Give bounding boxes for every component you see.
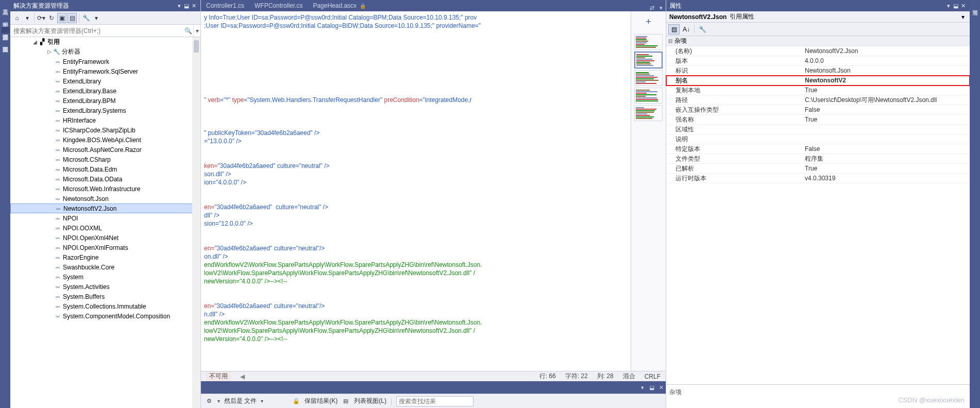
tree-node-ref[interactable]: ▫▫ExtendLibrary.Systems — [10, 106, 200, 115]
property-value[interactable]: NewtonsoftV2 — [803, 76, 970, 85]
property-value[interactable]: False — [803, 144, 970, 154]
tree-node-ref[interactable]: ▫▫HRInterface — [10, 115, 200, 125]
property-row[interactable]: 文件类型程序集 — [666, 154, 970, 164]
tree-node-ref[interactable]: ▫▫ICSharpCode.SharpZipLib — [10, 125, 200, 135]
dropdown-icon[interactable]: ▾ — [945, 3, 952, 9]
tree-node-ref[interactable]: ▫▫Microsoft.CSharp — [10, 155, 200, 164]
collapse-icon[interactable]: ⊟ — [668, 38, 674, 44]
property-value[interactable]: 4.0.0.0 — [803, 56, 970, 65]
collapse-all-icon[interactable]: ▤ — [67, 13, 77, 23]
tree-node-ref[interactable]: ▫▫NPOI.OOXML — [10, 223, 200, 233]
property-row[interactable]: 特定版本False — [666, 144, 970, 154]
tree-node-ref[interactable]: ▫▫RazorEngine — [10, 252, 200, 262]
property-value[interactable]: False — [803, 105, 970, 114]
minimap-block[interactable] — [634, 70, 663, 86]
overflow-icon[interactable]: ⇄ — [647, 5, 656, 11]
tree-node-ref[interactable]: ▫▫Swashbuckle.Core — [10, 262, 200, 272]
property-value[interactable]: v4.0.30319 — [803, 174, 970, 183]
left-tab-docoutline[interactable]: 文档大纲 — [2, 14, 9, 21]
find-search-input[interactable] — [396, 396, 474, 406]
gear-icon[interactable]: ⚙ — [205, 398, 213, 404]
minimap-block[interactable] — [634, 52, 663, 69]
pin-icon[interactable]: ⬓ — [952, 3, 959, 9]
property-row[interactable]: 区域性 — [666, 125, 970, 134]
left-tab-toolbox[interactable]: 工具箱 — [2, 2, 9, 8]
lock-icon[interactable]: 🔒 — [292, 398, 300, 404]
find-keep-label[interactable]: 保留结果(K) — [305, 397, 337, 405]
property-value[interactable]: NewtonsoftV2.Json — [803, 46, 970, 56]
tree-node-references[interactable]: ◢ ▞ 引用 — [10, 37, 200, 47]
tab-pagehead[interactable]: PageHead.ascx🔒 — [308, 0, 371, 11]
property-value[interactable] — [803, 134, 970, 144]
property-value[interactable]: True — [803, 86, 970, 95]
property-row[interactable]: 路径C:\Users\cf\Desktop\可用\NewtonsoftV2.Js… — [666, 95, 970, 105]
property-row[interactable]: 标识Newtonsoft.Json — [666, 66, 970, 76]
properties-icon[interactable]: 🔧 — [81, 13, 91, 23]
tree-node-ref[interactable]: ▫▫Newtonsoft.Json — [10, 194, 200, 203]
dropdown-icon[interactable]: ▾ — [23, 13, 32, 23]
tree-node-ref[interactable]: ▫▫ExtendLibrary.Base — [10, 86, 200, 96]
tree-node-ref[interactable]: ▫▫System.Activities — [10, 282, 200, 292]
property-row[interactable]: 已解析True — [666, 164, 970, 174]
tree-node-ref[interactable]: ▫▫Microsoft.Web.Infrastructure — [10, 184, 200, 194]
property-row[interactable]: 复制本地True — [666, 86, 970, 95]
add-icon[interactable]: + — [631, 16, 666, 27]
tree-node-analyzer[interactable]: ▷ 🔧 分析器 — [10, 47, 200, 57]
tree-node-ref[interactable]: ▫▫ExtendLibrary.BPM — [10, 96, 200, 106]
code-editor[interactable]: y Info=True;User ID=sa;Password=P@ssw0rd… — [201, 11, 631, 371]
list-icon[interactable]: ▤ — [342, 398, 350, 404]
home-icon[interactable]: ⌂ — [12, 13, 22, 23]
property-value[interactable]: Newtonsoft.Json — [803, 66, 970, 75]
property-value[interactable]: C:\Users\cf\Desktop\可用\NewtonsoftV2.Json… — [803, 95, 970, 105]
property-value[interactable] — [803, 125, 970, 134]
tree-node-ref[interactable]: ▫▫System.Collections.Immutable — [10, 301, 200, 311]
refresh-icon[interactable]: ↻ — [47, 13, 56, 23]
tree-node-ref[interactable]: ▫▫NPOI — [10, 213, 200, 223]
tree-node-ref[interactable]: ▫▫Microsoft.Data.OData — [10, 174, 200, 184]
alphabetical-icon[interactable]: A↓ — [681, 24, 692, 35]
property-row[interactable]: 说明 — [666, 134, 970, 144]
tree-node-ref[interactable]: ▫▫EntityFramework.SqlServer — [10, 66, 200, 76]
left-tab-solexp[interactable]: 解决方案资源管理器 — [2, 27, 9, 33]
dropdown-icon[interactable]: ▾ — [959, 13, 967, 21]
tree-node-ref[interactable]: ▫▫NPOI.OpenXmlFormats — [10, 243, 200, 252]
tab-controller1[interactable]: Controller1.cs — [201, 0, 249, 11]
tab-wfpcontroller[interactable]: WFPController.cs — [249, 0, 308, 11]
minimap-block[interactable] — [634, 34, 663, 50]
property-row[interactable]: 强名称True — [666, 115, 970, 125]
property-row[interactable]: 别名NewtonsoftV2 — [666, 76, 970, 86]
tree-node-ref[interactable]: ▫▫System.ComponentModel.Composition — [10, 311, 200, 321]
tree-node-ref[interactable]: ▫▫NewtonsoftV2.Json — [10, 203, 200, 213]
show-all-icon[interactable]: ▣ — [57, 13, 66, 23]
tree-node-ref[interactable]: ▫▫ExtendLibrary — [10, 76, 200, 86]
close-icon[interactable]: ✕ — [656, 384, 666, 391]
tree-node-ref[interactable]: ▫▫NPOI.OpenXml4Net — [10, 233, 200, 243]
tree-node-ref[interactable]: ▫▫Kingdee.BOS.WebApi.Client — [10, 135, 200, 145]
property-category-misc[interactable]: ⊟ 杂项 — [666, 36, 970, 46]
dropdown-icon[interactable]: ▾ — [638, 384, 647, 391]
expand-icon[interactable]: ▷ — [46, 49, 53, 55]
tree-scrollbar[interactable] — [192, 37, 200, 408]
dropdown-icon[interactable]: ▾ — [656, 5, 666, 11]
expand-icon[interactable]: ◢ — [32, 39, 38, 45]
search-input[interactable] — [10, 25, 183, 37]
properties-object-header[interactable]: NewtonsoftV2.Json 引用属性 ▾ — [666, 11, 970, 23]
property-row[interactable]: 版本4.0.0.0 — [666, 56, 970, 66]
pin-icon[interactable]: ⬓ — [647, 384, 656, 391]
find-list-label[interactable]: 列表视图(L) — [354, 397, 386, 405]
close-icon[interactable]: ✕ — [959, 3, 967, 9]
minimap-block[interactable] — [634, 105, 663, 121]
search-icon[interactable]: 🔍 — [183, 27, 193, 35]
property-row[interactable]: 运行时版本v4.0.30319 — [666, 174, 970, 183]
dropdown-icon[interactable]: ▾ — [176, 3, 183, 9]
close-icon[interactable]: ✕ — [190, 3, 197, 9]
minimap-block[interactable] — [634, 88, 663, 104]
more-icon[interactable]: ▾ — [92, 13, 101, 23]
tree-node-ref[interactable]: ▫▫Microsoft.Data.Edm — [10, 164, 200, 174]
categorized-icon[interactable]: ▤ — [668, 24, 680, 35]
property-row[interactable]: 嵌入互操作类型False — [666, 105, 970, 115]
property-value[interactable]: True — [803, 115, 970, 124]
property-value[interactable]: True — [803, 164, 970, 173]
left-tab-teamexp[interactable]: 团队资源管理器 — [2, 39, 9, 45]
pin-icon[interactable]: ⬓ — [183, 3, 190, 9]
